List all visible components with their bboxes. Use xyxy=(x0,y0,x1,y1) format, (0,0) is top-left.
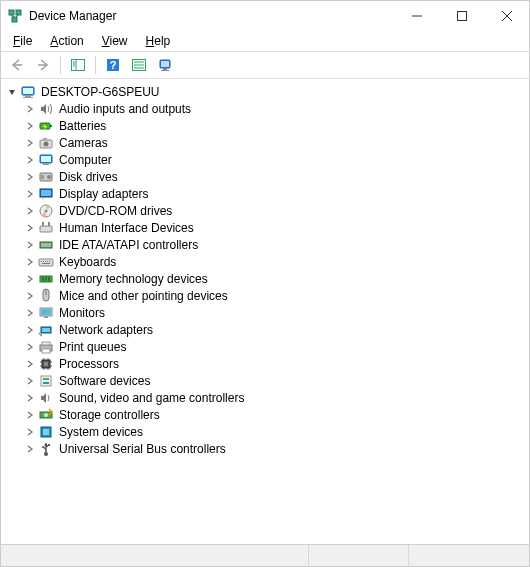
tree-category-label: Cameras xyxy=(57,136,110,150)
chevron-down-icon[interactable] xyxy=(5,85,19,99)
tree-category-label: Print queues xyxy=(57,340,128,354)
svg-rect-66 xyxy=(44,316,48,318)
svg-rect-54 xyxy=(43,261,44,262)
svg-rect-57 xyxy=(49,261,50,262)
menu-view[interactable]: View xyxy=(94,33,136,49)
tree-category-row[interactable]: Monitors xyxy=(1,304,529,321)
svg-rect-11 xyxy=(72,60,85,71)
svg-point-87 xyxy=(44,413,48,417)
chevron-right-icon[interactable] xyxy=(23,289,37,303)
status-pane xyxy=(409,545,529,566)
chevron-right-icon[interactable] xyxy=(23,425,37,439)
svg-rect-40 xyxy=(41,175,44,179)
show-hide-console-tree-button[interactable] xyxy=(66,54,90,76)
chevron-right-icon[interactable] xyxy=(23,374,37,388)
chevron-right-icon[interactable] xyxy=(23,170,37,184)
tree-category-row[interactable]: Print queues xyxy=(1,338,529,355)
tree-category-label: Software devices xyxy=(57,374,152,388)
tree-category-row[interactable]: Disk drives xyxy=(1,168,529,185)
menu-action[interactable]: Action xyxy=(42,33,91,49)
window-controls xyxy=(394,1,529,31)
tree-category-row[interactable]: Audio inputs and outputs xyxy=(1,100,529,117)
tree-category-row[interactable]: Computer xyxy=(1,151,529,168)
chevron-right-icon[interactable] xyxy=(23,136,37,150)
tree-category-label: System devices xyxy=(57,425,145,439)
properties-button[interactable] xyxy=(127,54,151,76)
app-icon xyxy=(7,8,23,24)
svg-rect-29 xyxy=(23,97,33,98)
svg-rect-56 xyxy=(47,261,48,262)
tree-category-row[interactable]: DVD/CD-ROM drives xyxy=(1,202,529,219)
chevron-right-icon[interactable] xyxy=(23,221,37,235)
svg-rect-65 xyxy=(41,309,51,315)
chevron-right-icon[interactable] xyxy=(23,102,37,116)
device-tree[interactable]: DESKTOP-G6SPEUU Audio inputs and outputs… xyxy=(1,79,529,541)
menu-help[interactable]: Help xyxy=(138,33,179,49)
tree-category-row[interactable]: Display adapters xyxy=(1,185,529,202)
svg-point-94 xyxy=(42,446,44,448)
tree-category-row[interactable]: Sound, video and game controllers xyxy=(1,389,529,406)
chevron-right-icon[interactable] xyxy=(23,306,37,320)
menu-rest: ile xyxy=(20,34,32,48)
back-button[interactable] xyxy=(5,54,29,76)
minimize-button[interactable] xyxy=(394,1,439,31)
tree-category-row[interactable]: Mice and other pointing devices xyxy=(1,287,529,304)
tree-category-label: Batteries xyxy=(57,119,108,133)
menu-file[interactable]: File xyxy=(5,33,40,49)
svg-point-43 xyxy=(42,197,44,199)
tree-category-label: Universal Serial Bus controllers xyxy=(57,442,228,456)
svg-rect-24 xyxy=(163,68,167,70)
tree-category-row[interactable]: Storage controllers xyxy=(1,406,529,423)
chevron-right-icon[interactable] xyxy=(23,357,37,371)
memory-icon xyxy=(38,271,54,287)
chevron-right-icon[interactable] xyxy=(23,153,37,167)
svg-rect-49 xyxy=(40,242,52,248)
svg-rect-74 xyxy=(44,362,48,366)
menu-accel: V xyxy=(102,34,110,48)
forward-button[interactable] xyxy=(31,54,55,76)
tree-category-row[interactable]: System devices xyxy=(1,423,529,440)
tree-category-row[interactable]: Network adapters xyxy=(1,321,529,338)
chevron-right-icon[interactable] xyxy=(23,323,37,337)
chevron-right-icon[interactable] xyxy=(23,119,37,133)
tree-category-row[interactable]: Human Interface Devices xyxy=(1,219,529,236)
chevron-right-icon[interactable] xyxy=(23,204,37,218)
svg-rect-84 xyxy=(43,378,49,380)
chevron-right-icon[interactable] xyxy=(23,391,37,405)
tree-category-row[interactable]: Cameras xyxy=(1,134,529,151)
tree-category-row[interactable]: IDE ATA/ATAPI controllers xyxy=(1,236,529,253)
tree-category-row[interactable]: Software devices xyxy=(1,372,529,389)
tree-category-row[interactable]: Keyboards xyxy=(1,253,529,270)
tree-category-row[interactable]: Memory technology devices xyxy=(1,270,529,287)
chevron-right-icon[interactable] xyxy=(23,272,37,286)
maximize-button[interactable] xyxy=(439,1,484,31)
svg-rect-6 xyxy=(457,12,466,21)
svg-point-45 xyxy=(45,209,48,212)
chevron-right-icon[interactable] xyxy=(23,408,37,422)
speaker-icon xyxy=(38,101,54,117)
tree-category-label: Monitors xyxy=(57,306,107,320)
help-button[interactable]: ? xyxy=(101,54,125,76)
svg-rect-62 xyxy=(48,277,50,281)
scan-hardware-button[interactable] xyxy=(153,54,177,76)
tree-category-label: Network adapters xyxy=(57,323,155,337)
printer-icon xyxy=(38,339,54,355)
svg-rect-48 xyxy=(48,222,50,226)
svg-rect-46 xyxy=(40,226,52,232)
chevron-right-icon[interactable] xyxy=(23,340,37,354)
menu-rest: elp xyxy=(154,34,170,48)
svg-rect-83 xyxy=(41,376,51,386)
close-button[interactable] xyxy=(484,1,529,31)
software-icon xyxy=(38,373,54,389)
chevron-right-icon[interactable] xyxy=(23,442,37,456)
chevron-right-icon[interactable] xyxy=(23,238,37,252)
chevron-right-icon[interactable] xyxy=(23,187,37,201)
battery-icon xyxy=(38,118,54,134)
chevron-right-icon[interactable] xyxy=(23,255,37,269)
tree-category-row[interactable]: Batteries xyxy=(1,117,529,134)
svg-rect-52 xyxy=(39,259,53,266)
titlebar: Device Manager xyxy=(1,1,529,31)
tree-category-row[interactable]: Universal Serial Bus controllers xyxy=(1,440,529,457)
tree-category-row[interactable]: Processors xyxy=(1,355,529,372)
tree-root-row[interactable]: DESKTOP-G6SPEUU xyxy=(1,83,529,100)
